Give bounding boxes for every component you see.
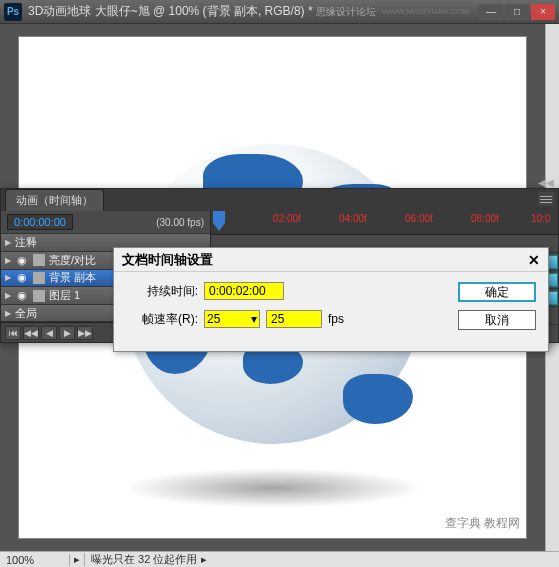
adjustment-icon	[33, 254, 45, 266]
timeline-settings-dialog: 文档时间轴设置 ✕ 持续时间: 帧速率(R): 25 ▾ fps 确定 取消	[113, 247, 549, 352]
zoom-level[interactable]: 100%	[0, 554, 70, 566]
layer-label: 背景 副本	[49, 270, 96, 285]
tab-timeline[interactable]: 动画（时间轴）	[5, 189, 104, 211]
duration-input[interactable]	[204, 282, 284, 300]
time-ruler[interactable]: 02:00f 04:00f 06:00f 08:00f 10:0	[211, 211, 558, 235]
prev-frame-button[interactable]: ◀	[41, 326, 57, 340]
layer-thumb-icon	[33, 272, 45, 284]
brand-url: WWW.MISSYUAN.COM	[382, 7, 469, 16]
chevron-right-icon: ▶	[5, 273, 11, 282]
dialog-title: 文档时间轴设置	[122, 251, 213, 269]
next-frame-button[interactable]: ▶▶	[77, 326, 93, 340]
fps-display: (30.00 fps)	[156, 217, 204, 228]
statusbar-chevron-icon[interactable]: ▸	[70, 553, 85, 566]
cancel-button[interactable]: 取消	[458, 310, 536, 330]
play-button[interactable]: ▶	[59, 326, 75, 340]
chevron-right-icon: ▶	[5, 291, 11, 300]
layer-label: 亮度/对比	[49, 253, 96, 268]
ok-button[interactable]: 确定	[458, 282, 536, 302]
ruler-tick: 10:0	[531, 213, 550, 224]
chevron-right-icon: ▶	[5, 238, 11, 247]
dialog-close-button[interactable]: ✕	[528, 252, 540, 268]
statusbar-menu-icon[interactable]: ▸	[197, 553, 211, 566]
site-watermark: 查字典 教程网	[445, 515, 520, 532]
layer-label: 图层 1	[49, 288, 80, 303]
duration-label: 持续时间:	[126, 283, 198, 300]
step-back-button[interactable]: ◀◀	[23, 326, 39, 340]
ruler-tick: 04:00f	[339, 213, 367, 224]
framerate-input[interactable]	[266, 310, 322, 328]
layer-label: 注释	[15, 235, 37, 250]
layer-label: 全局	[15, 306, 37, 321]
titlebar[interactable]: Ps 3D动画地球 大眼仔~旭 @ 100% (背景 副本, RGB/8) * …	[0, 0, 559, 24]
visibility-icon[interactable]: ◉	[15, 271, 29, 284]
document-title: 3D动画地球 大眼仔~旭 @ 100% (背景 副本, RGB/8) *	[28, 3, 316, 20]
chevron-right-icon: ▶	[5, 256, 11, 265]
minimize-button[interactable]: —	[479, 4, 503, 20]
framerate-label: 帧速率(R):	[126, 311, 198, 328]
maximize-button[interactable]: □	[505, 4, 529, 20]
app-icon: Ps	[4, 3, 22, 21]
ruler-tick: 08:00f	[471, 213, 499, 224]
fps-suffix: fps	[328, 312, 344, 326]
statusbar: 100% ▸ 曝光只在 32 位起作用 ▸	[0, 551, 559, 567]
chevron-down-icon: ▾	[251, 312, 257, 326]
panel-collapse-icon[interactable]: ◀◀	[538, 177, 554, 188]
brand-watermark: 思缘设计论坛	[316, 5, 376, 19]
ruler-tick: 06:00f	[405, 213, 433, 224]
panel-menu-icon[interactable]	[538, 192, 554, 206]
framerate-preset-select[interactable]: 25 ▾	[204, 310, 260, 328]
globe-shadow	[123, 468, 423, 508]
status-text: 曝光只在 32 位起作用	[85, 552, 197, 567]
visibility-icon[interactable]: ◉	[15, 289, 29, 302]
chevron-right-icon: ▶	[5, 309, 11, 318]
visibility-icon[interactable]: ◉	[15, 254, 29, 267]
close-button[interactable]: ×	[531, 4, 555, 20]
ruler-tick: 02:00f	[273, 213, 301, 224]
playhead[interactable]	[213, 211, 225, 231]
rewind-button[interactable]: ⏮	[5, 326, 21, 340]
layer-thumb-icon	[33, 290, 45, 302]
current-time-display[interactable]: 0:00:00:00	[7, 214, 73, 230]
